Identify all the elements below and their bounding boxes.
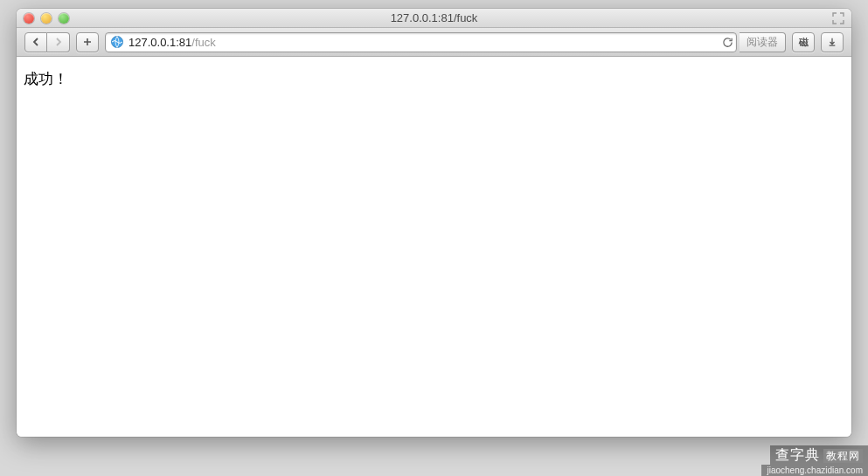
watermark-url: jiaocheng.chazidian.com bbox=[761, 465, 868, 476]
reader-button[interactable]: 阅读器 bbox=[740, 32, 786, 52]
magnet-button[interactable]: 磁 bbox=[792, 32, 815, 52]
globe-icon bbox=[110, 35, 124, 49]
address-path: /fuck bbox=[191, 36, 215, 49]
titlebar: 127.0.0.1:81/fuck bbox=[17, 9, 851, 28]
traffic-lights bbox=[24, 13, 69, 24]
fullscreen-button[interactable] bbox=[832, 12, 844, 24]
address-bar[interactable]: 127.0.0.1:81/fuck bbox=[105, 32, 737, 52]
toolbar: 127.0.0.1:81/fuck 阅读器 磁 bbox=[17, 28, 851, 57]
watermark-suffix: 教程网 bbox=[823, 449, 863, 463]
reload-button[interactable] bbox=[719, 32, 736, 52]
forward-button[interactable] bbox=[47, 32, 70, 52]
back-button[interactable] bbox=[24, 32, 47, 52]
page-content: 成功！ bbox=[17, 57, 851, 437]
add-bookmark-button[interactable] bbox=[76, 32, 99, 52]
watermark-brand: 查字典 bbox=[775, 447, 820, 462]
zoom-button[interactable] bbox=[59, 13, 69, 24]
page-body-text: 成功！ bbox=[24, 71, 68, 87]
browser-window: 127.0.0.1:81/fuck bbox=[17, 9, 851, 437]
address-text: 127.0.0.1:81/fuck bbox=[128, 36, 719, 49]
close-button[interactable] bbox=[24, 13, 34, 24]
nav-buttons bbox=[24, 32, 70, 52]
magnet-label: 磁 bbox=[799, 36, 809, 49]
watermark: 查字典教程网 jiaocheng.chazidian.com bbox=[761, 445, 868, 476]
minimize-button[interactable] bbox=[41, 13, 52, 24]
window-title: 127.0.0.1:81/fuck bbox=[17, 11, 851, 24]
downloads-button[interactable] bbox=[821, 32, 844, 52]
reader-label: 阅读器 bbox=[746, 35, 778, 50]
address-host: 127.0.0.1:81 bbox=[128, 36, 191, 49]
